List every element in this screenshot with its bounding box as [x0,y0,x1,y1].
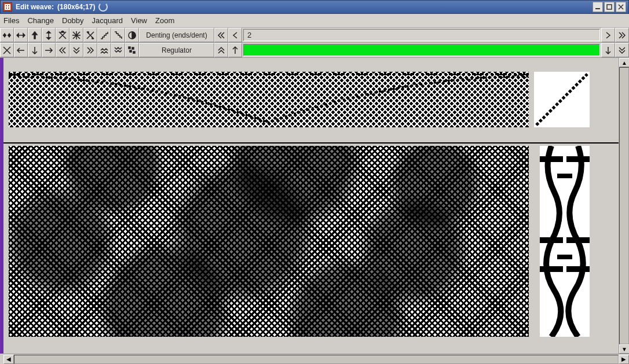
maximize-button[interactable] [604,2,615,12]
arrow-up-icon [30,31,39,40]
regulator-first-button[interactable] [214,43,228,57]
threading-panel[interactable] [9,72,529,127]
scroll-left-button[interactable]: ◀ [3,355,14,364]
arrow-right-button[interactable] [42,43,56,57]
svg-rect-1 [607,5,612,9]
denting-prev-button[interactable] [228,28,242,42]
menu-jacquard[interactable]: Jacquard [92,16,123,25]
vscroll-track[interactable] [619,67,629,344]
cross-up-button[interactable] [56,28,70,42]
svg-rect-11 [540,237,563,243]
minimize-button[interactable] [593,2,603,12]
svg-rect-10 [557,174,572,178]
cross-button[interactable] [0,43,14,57]
menubar: Files Change Dobby Jacquard View Zoom [0,14,629,28]
svg-rect-15 [566,266,590,272]
double-cross-icon [72,31,81,40]
flip-horizontal-button[interactable] [0,28,14,42]
regulator-prev-button[interactable] [228,43,242,57]
pattern-b-icon [114,46,123,55]
svg-rect-14 [540,266,563,272]
menu-files[interactable]: Files [3,16,19,25]
double-left-icon [217,31,226,40]
contrast-icon [127,31,137,40]
menu-dobby[interactable]: Dobby [62,16,84,25]
contrast-button[interactable] [125,28,139,42]
denting-input[interactable]: 2 [243,29,600,41]
double-down-icon [72,46,81,55]
menu-zoom[interactable]: Zoom [155,16,174,25]
pattern-a-button[interactable] [97,43,111,57]
regulator-next-button[interactable] [601,43,615,57]
regulator-input[interactable] [243,44,600,56]
double-cross-button[interactable] [70,28,83,42]
menu-view[interactable]: View [131,16,147,25]
cross-icon [2,46,12,55]
svg-rect-4 [132,47,134,49]
regulator-last-button[interactable] [615,43,629,57]
scroll-up-button[interactable]: ▲ [619,58,629,67]
svg-rect-12 [566,237,590,243]
scroll-right-button[interactable]: ▶ [619,355,629,364]
svg-rect-13 [557,255,572,259]
svg-rect-0 [595,8,600,9]
pattern-noise-button[interactable] [125,43,139,57]
pattern-b-button[interactable] [111,43,125,57]
stairs-up-icon [100,31,109,40]
horizontal-scrollbar[interactable]: ◀ ▶ [3,354,629,364]
pattern-a-icon [100,46,109,55]
arrow-right-icon [604,31,613,40]
separator-line [3,142,629,144]
left-margin [0,58,3,354]
arrow-left-icon [231,31,240,40]
arrow-up-button[interactable] [28,28,42,42]
svg-rect-9 [566,156,590,162]
cross-swap-button[interactable] [83,28,97,42]
noise-icon [127,46,137,55]
scroll-down-button[interactable]: ▼ [619,344,629,354]
close-button[interactable] [616,2,626,12]
cross-up-icon [58,31,67,40]
stairs-down-icon [114,31,123,40]
stretch-horizontal-button[interactable] [14,28,28,42]
arrow-up-icon [231,46,240,55]
double-down-button[interactable] [70,43,83,57]
minimize-icon [595,4,601,10]
toolbar-row-1: Denting (ends/dent) 2 [0,28,629,43]
double-right-icon [86,46,95,55]
drawdown-panel[interactable] [9,146,529,337]
cross-swap-icon [86,31,95,40]
hscroll-track[interactable] [14,355,619,364]
svg-rect-5 [130,50,131,52]
denting-first-button[interactable] [214,28,228,42]
denting-value: 2 [247,31,251,39]
stretch-vertical-button[interactable] [42,28,56,42]
double-down-icon [617,46,627,55]
double-left-icon [58,46,67,55]
svg-rect-8 [540,156,563,162]
menu-change[interactable]: Change [27,16,54,25]
double-left-button[interactable] [56,43,70,57]
vertical-scrollbar[interactable]: ▲ ▼ [619,58,629,354]
svg-rect-3 [129,47,130,49]
arrow-down-icon [604,46,613,55]
denting-next-button[interactable] [601,28,615,42]
denting-label: Denting (ends/dent) [139,28,214,42]
close-icon [618,4,624,10]
stretch-h-icon [16,31,25,40]
double-right-button[interactable] [83,43,97,57]
stretch-v-icon [44,31,53,40]
arrow-right-icon [44,46,53,55]
double-right-icon [617,31,627,40]
double-up-icon [217,46,226,55]
treadling-panel[interactable] [540,146,590,337]
stairs-down-button[interactable] [111,28,125,42]
arrow-down-button[interactable] [28,43,42,57]
stairs-up-button[interactable] [97,28,111,42]
denting-last-button[interactable] [615,28,629,42]
arrow-left-button[interactable] [14,43,28,57]
tieup-panel[interactable] [534,72,590,127]
window-title-extra: (180x64;17) [57,3,95,11]
window-title: Edit weave: [16,3,54,11]
spiral-icon [98,2,108,12]
